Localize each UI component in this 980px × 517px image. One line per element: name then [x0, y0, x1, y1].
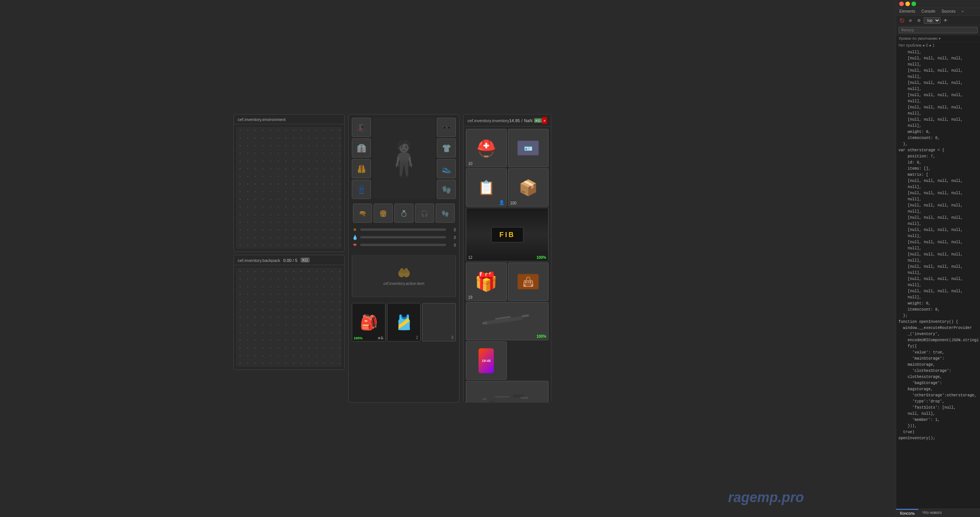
backpack-header: cef.inventory.backpack 0.00 / 5 KG — [234, 255, 344, 265]
tab-more[interactable]: » — [959, 8, 967, 15]
acc2-icon: 🍔 — [379, 209, 387, 217]
acc-slot-5[interactable]: 🧤 — [436, 204, 455, 223]
code-line: weight: 0, — [898, 129, 978, 135]
smg2-thumb — [466, 381, 548, 402]
inv-item-paper[interactable]: 📋 👤 — [466, 169, 507, 207]
inv-item-idcard[interactable]: 🪪 — [508, 129, 549, 167]
devtools-filter — [896, 25, 980, 35]
character-panel: 🎩 🧍 🕶️ 👔 👕 🦺 — [348, 115, 459, 403]
sunglasses-icon: 🕶️ — [442, 123, 451, 132]
phone-visual: 19:45 — [479, 348, 494, 373]
acc-slot-1[interactable]: 🔫 — [353, 204, 372, 223]
equip-slot-shoes[interactable]: 👟 — [437, 159, 456, 178]
quickslot-2-number: 2 — [416, 335, 418, 340]
acc-slot-2[interactable]: 🍔 — [374, 204, 393, 223]
code-line: null], — [898, 221, 978, 227]
quickslot-2-emoji: 🎽 — [395, 314, 413, 331]
inv-item-wallet[interactable]: 👜 — [508, 263, 549, 301]
quickslot-1-number: 1 — [381, 335, 383, 340]
code-line: 'type':'drop', — [898, 399, 978, 405]
equip-slot-hat[interactable]: 🎩 — [352, 118, 371, 137]
code-line: null], — [898, 98, 978, 105]
equip-slot-vest[interactable]: 🦺 — [352, 159, 371, 178]
code-line: openInventory(); — [898, 435, 978, 442]
code-line: 'value': true, — [898, 350, 978, 356]
code-line: itemscount: 0, — [898, 307, 978, 313]
quickslot-2[interactable]: 🎽 2 — [387, 303, 421, 342]
health-bar-container — [360, 244, 446, 246]
inv-item-smg2[interactable]: 100% — [466, 381, 549, 402]
equip-slot-gloves[interactable]: 🧤 — [437, 180, 456, 199]
code-line: _('inventory', — [898, 331, 978, 337]
toolbar-context-select[interactable]: top — [924, 17, 941, 24]
inventory-header: cef.inventory.inventory 14.95 / NaN KG × — [464, 115, 551, 127]
environment-header: cef.inventory.environment — [234, 115, 344, 124]
quickslot-1[interactable]: 🎒 100% 0 KG 1 — [352, 303, 385, 342]
inv-item-phone[interactable]: 19:45 — [466, 342, 507, 380]
svg-rect-10 — [521, 397, 528, 399]
acc-slot-4[interactable]: 🎧 — [415, 204, 434, 223]
bottom-tab-console[interactable]: Консоль — [896, 509, 918, 517]
code-line: fy({ — [898, 344, 978, 350]
devtools-level-label[interactable]: Уровни по умолчанию ▾ — [896, 35, 980, 42]
smg1-percent: 100% — [536, 334, 546, 339]
code-line: bagstorage, — [898, 386, 978, 393]
code-line: [null, null, null, null, — [898, 117, 978, 123]
tab-elements[interactable]: Elements — [896, 8, 918, 15]
inv-item-fib-vest[interactable]: FIB 12 100% — [466, 208, 549, 262]
backpack-weight-unit: KG — [301, 258, 310, 263]
inv-item-helmet[interactable]: ⛑️ 10 — [466, 129, 507, 167]
backpack-content — [236, 268, 342, 367]
thirst-bar-container — [360, 236, 446, 239]
toolbar-clear-btn[interactable]: 🚫 — [898, 17, 905, 24]
fib-label: FIB — [491, 227, 524, 242]
backpack-panel: cef.inventory.backpack 0.00 / 5 KG — [234, 255, 345, 370]
hat-icon: 🎩 — [357, 123, 366, 132]
idcard-emoji: 🪪 — [524, 144, 532, 152]
toolbar-filter-btn[interactable]: ⊘ — [907, 17, 914, 24]
tab-sources[interactable]: Sources — [938, 8, 959, 15]
inv-item-smg1[interactable]: 100% — [466, 302, 549, 340]
box-count: 100 — [510, 201, 517, 205]
inv-item-gift[interactable]: 🎁 19 — [466, 263, 507, 301]
code-line: null], — [898, 111, 978, 117]
code-line: position: 7, — [898, 154, 978, 160]
weight-nan: NaN — [524, 118, 532, 123]
code-line: null], — [898, 294, 978, 301]
code-line: id: 0, — [898, 160, 978, 166]
thirst-icon: 💧 — [352, 234, 358, 241]
code-line: 'clothesStorage': — [898, 368, 978, 374]
code-line: [null, null, null, null, — [898, 264, 978, 270]
stats-section: ✕ 0 💧 0 ❤ — [349, 224, 459, 252]
svg-rect-9 — [482, 398, 487, 400]
fib-count: 12 — [468, 255, 472, 260]
environment-content — [236, 127, 342, 249]
toolbar-eye-btn[interactable]: 👁 — [942, 17, 949, 24]
quickslot-3[interactable]: 3 — [422, 303, 456, 342]
code-line: [null, null, null, null, — [898, 105, 978, 111]
devtools-filter-input[interactable] — [898, 27, 978, 33]
code-line: null], — [898, 196, 978, 203]
wallet-visual: 👜 — [518, 274, 539, 290]
window-minimize-btn[interactable] — [905, 2, 910, 6]
equip-slot-shirt[interactable]: 👔 — [352, 139, 371, 158]
acc-slot-3[interactable]: 💍 — [394, 204, 413, 223]
equip-slot-pants[interactable]: 👖 — [352, 180, 371, 199]
tab-console[interactable]: Console — [918, 8, 939, 15]
inventory-weight: 14.95 / NaN KG — [509, 118, 542, 123]
inv-item-box[interactable]: 📦 100 — [508, 169, 549, 207]
toolbar-settings-btn[interactable]: ⚙ — [915, 17, 922, 24]
inventory-close-button[interactable]: × — [542, 117, 547, 124]
paper-emoji: 📋 — [478, 180, 495, 196]
code-line: }; — [898, 313, 978, 319]
equip-slot-tshirt[interactable]: 👕 — [437, 139, 456, 158]
character-display: 🧍 — [372, 118, 435, 199]
pants-icon: 👖 — [357, 185, 366, 194]
bottom-tab-whatsnew[interactable]: Что нового — [918, 509, 945, 517]
window-close-btn[interactable] — [899, 2, 904, 6]
code-line: 'otherStorage':otherstorage, — [898, 393, 978, 399]
devtools-code-content: null], [null, null, null, null, null], [… — [896, 49, 980, 509]
equip-slot-sunglasses[interactable]: 🕶️ — [437, 118, 456, 137]
code-line: weight: 0, — [898, 301, 978, 307]
window-maximize-btn[interactable] — [911, 2, 916, 6]
